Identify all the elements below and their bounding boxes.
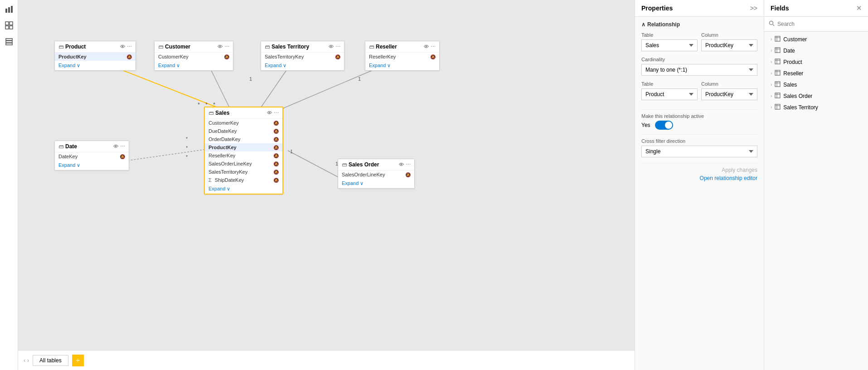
svg-text:*: * [198, 101, 200, 108]
sales-row-customerkey: CustomerKey 🔕 [205, 119, 282, 127]
table-date: 🗃 Date 👁 ⋯ DateKey 🔕 Expand ∨ [54, 141, 129, 170]
sales-expand[interactable]: Expand ∨ [205, 184, 282, 194]
sales-row-orderdatekey: OrderDateKey 🔕 [205, 135, 282, 143]
field-item-customer[interactable]: › Customer [764, 34, 868, 45]
field-name: Date [783, 48, 862, 54]
sales-row-shipdatekey: Σ ShipDateKey 🔕 [205, 176, 282, 184]
svg-text:1: 1 [290, 149, 293, 154]
sales-pk-icon: 🔕 [273, 145, 279, 150]
grid-icon[interactable] [4, 20, 15, 31]
field-item-product[interactable]: › Product [764, 56, 868, 68]
table-sales-order: 🗃 Sales Order 👁 ⋯ SalesOrderLineKey 🔕 Ex… [338, 159, 415, 189]
field-name: Sales [783, 82, 862, 88]
apply-changes-btn: Apply changes [641, 167, 757, 173]
nav-next-icon[interactable]: › [27, 357, 29, 364]
so-more-icon[interactable]: ⋯ [406, 162, 411, 168]
search-icon [769, 20, 775, 28]
customer-key-icon: 🔕 [224, 54, 229, 59]
add-tab-button[interactable]: + [72, 355, 84, 366]
sales-more-icon[interactable]: ⋯ [274, 110, 279, 116]
so-row-key: SalesOrderLineKey 🔕 [338, 170, 414, 179]
properties-title: Properties [641, 5, 673, 12]
table2-select[interactable]: Product [641, 88, 698, 100]
cardinality-select[interactable]: Many to one (*:1) [641, 64, 757, 76]
field-chevron-icon: › [771, 105, 772, 110]
table-sales: 🗃 Sales 👁 ⋯ CustomerKey 🔕 DueDateKey 🔕 O… [204, 107, 283, 195]
table-reseller: 🗃 Reseller 👁 ⋯ ResellerKey 🔕 Expand ∨ [365, 41, 440, 71]
sales-ddk-icon: 🔕 [273, 129, 279, 134]
sales-sdk-icon: 🔕 [273, 178, 279, 183]
table-customer-icon: 🗃 [158, 44, 163, 49]
svg-line-31 [773, 24, 774, 26]
svg-rect-6 [10, 26, 13, 29]
sales-row-salesorderlinekey: SalesOrderLineKey 🔕 [205, 160, 282, 168]
sales-row-productkey: ProductKey 🔕 [205, 143, 282, 151]
field-item-date[interactable]: › Date [764, 45, 868, 56]
active-toggle[interactable] [655, 121, 673, 130]
date-key-icon: 🔕 [120, 154, 125, 159]
table-reseller-icon: 🗃 [369, 44, 374, 49]
reseller-key-icon: 🔕 [430, 54, 436, 59]
nav-arrows: ‹ › [24, 357, 29, 364]
table1-select[interactable]: Sales [641, 39, 698, 51]
customer-eye-icon[interactable]: 👁 [218, 44, 223, 50]
st-expand[interactable]: Expand ∨ [261, 61, 344, 70]
chart-icon[interactable] [4, 4, 15, 15]
column1-select[interactable]: ProductKey [701, 39, 757, 51]
left-sidebar [0, 0, 18, 370]
field-item-sales-order[interactable]: › Sales Order [764, 90, 868, 102]
all-tables-tab[interactable]: All tables [33, 355, 68, 366]
field-item-sales[interactable]: › Sales [764, 79, 868, 90]
collapse-icon[interactable]: >> [750, 5, 757, 12]
table-so-title: Sales Order [349, 161, 397, 168]
svg-rect-0 [5, 9, 7, 13]
column2-select[interactable]: ProductKey [701, 88, 757, 100]
customer-more-icon[interactable]: ⋯ [224, 44, 229, 50]
table-customer: 🗃 Customer 👁 ⋯ CustomerKey 🔕 Expand ∨ [154, 41, 233, 71]
sales-odk-icon: 🔕 [273, 137, 279, 142]
field-chevron-icon: › [771, 82, 772, 87]
svg-line-12 [258, 65, 290, 111]
field-table-icon [775, 92, 781, 99]
st-eye-icon[interactable]: 👁 [329, 44, 334, 50]
relationship-chevron-icon: ∧ [641, 21, 645, 28]
reseller-more-icon[interactable]: ⋯ [431, 44, 436, 50]
table-date-header: 🗃 Date 👁 ⋯ [55, 141, 129, 152]
so-eye-icon[interactable]: 👁 [399, 162, 404, 168]
svg-rect-50 [775, 104, 780, 109]
table-product-title: Product [65, 44, 118, 50]
fields-close-icon[interactable]: ✕ [856, 5, 862, 12]
field-table-icon [775, 47, 781, 54]
table-st-title: Sales Territory [272, 44, 327, 50]
field-name: Customer [783, 36, 862, 43]
nav-prev-icon[interactable]: ‹ [24, 357, 25, 364]
field-chevron-icon: › [771, 59, 772, 64]
date-row-key: DateKey 🔕 [55, 152, 129, 161]
field-table-icon [775, 36, 781, 43]
customer-expand[interactable]: Expand ∨ [155, 61, 233, 70]
product-eye-icon[interactable]: 👁 [120, 44, 125, 50]
date-eye-icon[interactable]: 👁 [113, 144, 118, 150]
sales-eye-icon[interactable]: 👁 [267, 110, 272, 116]
layers-icon[interactable] [4, 36, 15, 47]
date-expand[interactable]: Expand ∨ [55, 161, 129, 170]
so-expand[interactable]: Expand ∨ [338, 179, 414, 188]
field-item-reseller[interactable]: › Reseller [764, 68, 868, 79]
table-reseller-header: 🗃 Reseller 👁 ⋯ [365, 41, 439, 53]
fields-panel: Fields ✕ › Customer › [764, 0, 868, 370]
sales-row-salesterritorykey: SalesTerritoryKey 🔕 [205, 168, 282, 176]
product-more-icon[interactable]: ⋯ [127, 44, 132, 50]
svg-rect-5 [5, 26, 9, 29]
fields-search-input[interactable] [777, 21, 863, 27]
field-item-sales-territory[interactable]: › Sales Territory [764, 102, 868, 113]
table-sales-title: Sales [215, 110, 265, 116]
product-expand[interactable]: Expand ∨ [55, 61, 136, 70]
cross-filter-select[interactable]: Single [641, 146, 757, 157]
relationship-section: ∧ Relationship [641, 21, 757, 28]
open-editor-link[interactable]: Open relationship editor [641, 175, 757, 181]
reseller-eye-icon[interactable]: 👁 [424, 44, 429, 50]
canvas-area: 1 1 1 * * * * * * 1 1 1 1 1 🗃 Product 👁 … [18, 0, 635, 370]
st-more-icon[interactable]: ⋯ [335, 44, 340, 50]
reseller-expand[interactable]: Expand ∨ [365, 61, 439, 70]
date-more-icon[interactable]: ⋯ [120, 144, 125, 150]
